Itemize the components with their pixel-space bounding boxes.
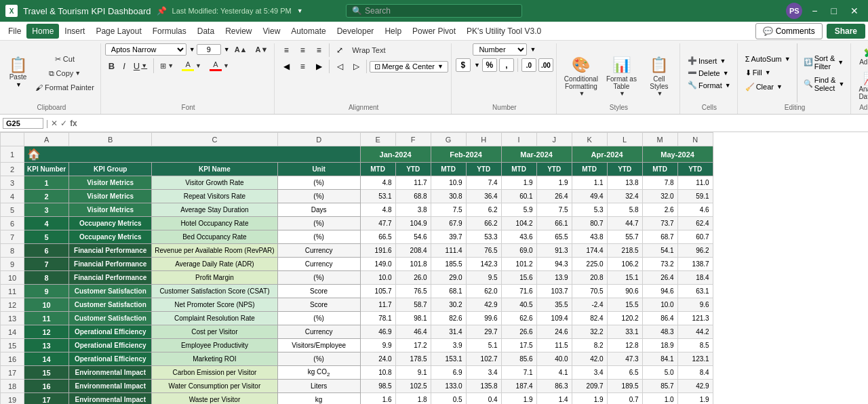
- insert-function-icon[interactable]: fx: [70, 119, 77, 128]
- data-cell[interactable]: 48.3: [642, 325, 677, 339]
- data-cell[interactable]: 98.1: [395, 312, 431, 325]
- unit-cell[interactable]: (%): [277, 230, 360, 244]
- data-cell[interactable]: 80.7: [572, 217, 607, 230]
- data-cell[interactable]: 102.5: [395, 380, 431, 393]
- fill-button[interactable]: ⬇ Fill ▼: [742, 66, 774, 79]
- data-cell[interactable]: 120.2: [607, 312, 642, 325]
- data-cell[interactable]: 15.5: [607, 298, 642, 312]
- pin-icon[interactable]: 📌: [157, 6, 167, 16]
- unit-cell[interactable]: (%): [277, 217, 360, 230]
- data-cell[interactable]: 40.5: [501, 298, 536, 312]
- increase-decimal[interactable]: .00: [538, 58, 553, 72]
- data-cell[interactable]: 109.4: [536, 312, 572, 325]
- col-header-a[interactable]: A: [24, 133, 69, 146]
- data-cell[interactable]: 11.5: [536, 339, 572, 352]
- data-cell[interactable]: 39.7: [431, 230, 466, 244]
- data-cell[interactable]: 9.6: [677, 298, 713, 312]
- home-cell[interactable]: 🏠: [24, 146, 361, 163]
- data-cell[interactable]: 31.4: [431, 325, 466, 339]
- data-cell[interactable]: 68.8: [395, 190, 431, 203]
- menu-power-pivot[interactable]: Power Pivot: [407, 24, 461, 39]
- data-cell[interactable]: 0.5: [431, 393, 466, 405]
- kpi-group-cell[interactable]: Operational Efficiency: [69, 325, 152, 339]
- data-cell[interactable]: 10.8: [360, 366, 395, 380]
- data-cell[interactable]: 43.8: [572, 230, 607, 244]
- data-cell[interactable]: 30.2: [431, 298, 466, 312]
- data-cell[interactable]: 90.6: [607, 285, 642, 298]
- row-header-17[interactable]: 17: [1, 366, 24, 380]
- data-cell[interactable]: 98.5: [360, 380, 395, 393]
- decrease-indent[interactable]: ◁: [332, 60, 347, 73]
- unit-cell[interactable]: Days: [277, 203, 360, 217]
- kpi-group-cell[interactable]: Visitor Metrics: [69, 190, 152, 203]
- kpi-number-cell[interactable]: 12: [24, 325, 69, 339]
- data-cell[interactable]: 66.2: [466, 217, 501, 230]
- data-cell[interactable]: 85.6: [501, 352, 536, 366]
- data-cell[interactable]: 53.1: [360, 190, 395, 203]
- format-button[interactable]: 🔧 Format ▼: [684, 79, 734, 91]
- maximize-button[interactable]: □: [827, 4, 841, 18]
- data-cell[interactable]: 47.3: [607, 352, 642, 366]
- kpi-group-cell[interactable]: Occupancy Metrics: [69, 230, 152, 244]
- unit-cell[interactable]: Currency: [277, 244, 360, 258]
- number-format-caret[interactable]: ▼: [530, 46, 536, 53]
- col-header-f[interactable]: F: [395, 133, 431, 146]
- kpi-name-cell[interactable]: Revenue per Available Room (RevPAR): [152, 244, 277, 258]
- data-cell[interactable]: 209.7: [572, 380, 607, 393]
- unit-cell[interactable]: Liters: [277, 380, 360, 393]
- kpi-name-cell[interactable]: Employee Productivity: [152, 339, 277, 352]
- data-cell[interactable]: 1.4: [536, 393, 572, 405]
- data-cell[interactable]: 5.3: [572, 203, 607, 217]
- data-cell[interactable]: 10.0: [360, 271, 395, 285]
- kpi-name-cell[interactable]: Complaint Resolution Rate: [152, 312, 277, 325]
- data-cell[interactable]: 68.7: [642, 230, 677, 244]
- kpi-name-cell[interactable]: Customer Satisfaction Score (CSAT): [152, 285, 277, 298]
- data-cell[interactable]: 44.7: [607, 217, 642, 230]
- data-cell[interactable]: 13.8: [607, 176, 642, 190]
- data-cell[interactable]: 142.3: [466, 258, 501, 271]
- data-cell[interactable]: 101.8: [395, 258, 431, 271]
- conditional-formatting-button[interactable]: 🎨 ConditionalFormatting ▼: [561, 54, 601, 92]
- data-cell[interactable]: 43.6: [501, 230, 536, 244]
- kpi-name-cell[interactable]: Cost per Visitor: [152, 325, 277, 339]
- data-cell[interactable]: 123.1: [677, 352, 713, 366]
- kpi-number-cell[interactable]: 17: [24, 393, 69, 405]
- menu-utility[interactable]: PK's Utility Tool V3.0: [461, 24, 547, 39]
- data-cell[interactable]: 35.5: [536, 298, 572, 312]
- format-painter-button[interactable]: 🖌 Format Painter: [32, 81, 98, 94]
- unit-cell[interactable]: kg: [277, 393, 360, 405]
- kpi-number-cell[interactable]: 6: [24, 244, 69, 258]
- kpi-name-cell[interactable]: Profit Margin: [152, 271, 277, 285]
- menu-view[interactable]: View: [258, 24, 286, 39]
- copy-button[interactable]: ⧉ Copy ▼: [32, 67, 98, 80]
- format-as-table-button[interactable]: 📊 Format asTable ▼: [603, 54, 640, 92]
- data-cell[interactable]: 13.9: [536, 271, 572, 285]
- unit-cell[interactable]: Score: [277, 285, 360, 298]
- row-header-11[interactable]: 11: [1, 285, 24, 298]
- data-cell[interactable]: 10.0: [642, 298, 677, 312]
- data-cell[interactable]: 32.0: [642, 190, 677, 203]
- data-cell[interactable]: 3.8: [395, 203, 431, 217]
- data-cell[interactable]: 26.4: [642, 271, 677, 285]
- menu-page-layout[interactable]: Page Layout: [90, 24, 146, 39]
- data-cell[interactable]: 86.4: [642, 312, 677, 325]
- col-header-d[interactable]: D: [277, 133, 360, 146]
- addins-button[interactable]: 🧩 Add-ins: [856, 43, 868, 68]
- data-cell[interactable]: 3.9: [431, 339, 466, 352]
- data-cell[interactable]: 40.0: [536, 352, 572, 366]
- data-cell[interactable]: 62.0: [466, 285, 501, 298]
- data-cell[interactable]: 82.4: [572, 312, 607, 325]
- data-cell[interactable]: 1.9: [572, 393, 607, 405]
- kpi-name-cell[interactable]: Bed Occupancy Rate: [152, 230, 277, 244]
- data-cell[interactable]: 135.8: [466, 380, 501, 393]
- align-left[interactable]: ◀: [279, 60, 294, 73]
- kpi-number-cell[interactable]: 15: [24, 366, 69, 380]
- row-header-19[interactable]: 19: [1, 393, 24, 405]
- confirm-formula-icon[interactable]: ✓: [60, 119, 67, 128]
- data-cell[interactable]: 26.6: [501, 325, 536, 339]
- data-cell[interactable]: 32.4: [607, 190, 642, 203]
- col-header-n[interactable]: N: [677, 133, 713, 146]
- formula-input[interactable]: [80, 118, 865, 129]
- data-cell[interactable]: 102.7: [466, 352, 501, 366]
- data-cell[interactable]: 84.1: [642, 352, 677, 366]
